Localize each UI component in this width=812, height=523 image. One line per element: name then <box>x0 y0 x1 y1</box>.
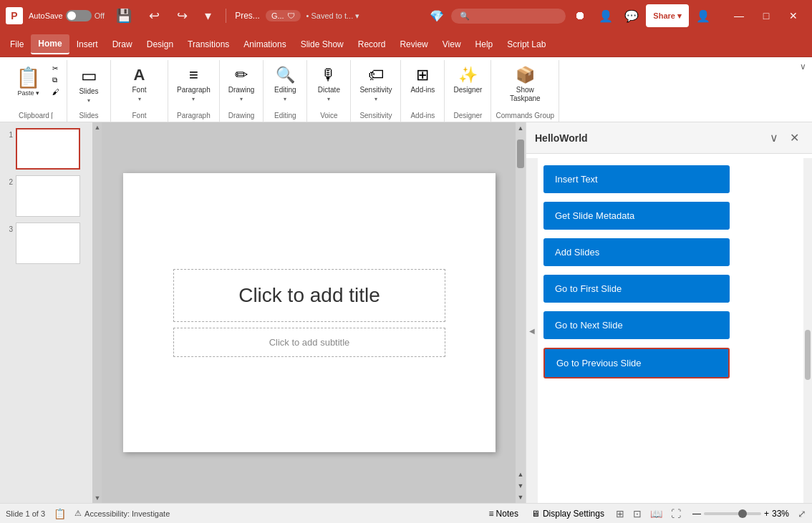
slide-sorter-button[interactable]: ⊡ <box>630 507 644 521</box>
close-button[interactable]: ✕ <box>780 6 806 26</box>
slides-button[interactable]: ▭ Slides ▾ <box>72 63 106 107</box>
vertical-scrollbar-left[interactable]: ▲ ▼ <box>93 122 102 503</box>
addins-group: ⊞ Add-ins Add-ins <box>401 60 445 122</box>
task-pane-close-button[interactable]: ✕ <box>786 129 803 146</box>
task-pane-scrollbar[interactable] <box>803 158 812 503</box>
gem-icon[interactable]: 💎 <box>425 4 448 27</box>
share-button[interactable]: Share ▾ <box>646 4 689 27</box>
profile-icon[interactable]: 👤 <box>692 4 715 27</box>
customize-qat-button[interactable]: ▾ <box>199 5 217 26</box>
slides-items: ▭ Slides ▾ <box>72 60 106 109</box>
menu-transitions[interactable]: Transitions <box>180 35 236 54</box>
shield-icon: 🛡 <box>287 11 295 20</box>
paste-button[interactable]: 📋 Paste ▾ <box>10 63 47 97</box>
slide-panel: 1 2 3 <box>0 122 93 503</box>
normal-view-button[interactable]: ⊞ <box>613 507 627 521</box>
vertical-scrollbar[interactable]: ▲ ▲ ▼ ▼ <box>516 122 526 503</box>
slide-thumbnail-3[interactable] <box>16 223 80 264</box>
sensitivity-button[interactable]: 🏷 Sensitivity ▾ <box>355 63 396 105</box>
copy-button[interactable]: ⧉ <box>49 74 62 86</box>
autosave-state: Off <box>95 11 105 20</box>
slide-canvas[interactable]: Click to add title Click to add subtitle <box>123 173 496 452</box>
menu-slideshow[interactable]: Slide Show <box>294 35 351 54</box>
voice-group-label: Voice <box>320 109 337 122</box>
font-items: A Font ▾ <box>122 60 157 109</box>
notes-button[interactable]: ≡ Notes <box>485 507 523 520</box>
menu-home[interactable]: Home <box>31 34 69 54</box>
task-pane-scroll-thumb[interactable] <box>805 330 811 380</box>
fit-slide-button[interactable]: ⤢ <box>798 508 806 519</box>
redo-button[interactable]: ↪ <box>171 5 193 26</box>
comment-icon[interactable]: 💬 <box>620 4 643 27</box>
cloud-save-indicator[interactable]: G... 🛡 <box>266 10 301 21</box>
menu-scriptlab[interactable]: Script Lab <box>500 35 553 54</box>
cut-button[interactable]: ✂ <box>49 63 62 74</box>
menu-design[interactable]: Design <box>140 35 180 54</box>
menu-draw[interactable]: Draw <box>105 35 140 54</box>
go-first-slide-button[interactable]: Go to First Slide <box>543 275 730 303</box>
menu-record[interactable]: Record <box>351 35 393 54</box>
slide-thumb-3[interactable]: 3 <box>3 223 90 264</box>
designer-button[interactable]: ✨ Designer <box>449 63 486 97</box>
menu-help[interactable]: Help <box>468 35 501 54</box>
add-slides-button[interactable]: Add Slides <box>543 238 730 266</box>
font-button[interactable]: A Font ▾ <box>122 63 157 105</box>
commands-group: 📦 ShowTaskpane Commands Group <box>491 60 559 122</box>
addins-button[interactable]: ⊞ Add-ins <box>405 63 440 97</box>
zoom-slider-thumb[interactable] <box>738 509 747 518</box>
autosave-toggle[interactable] <box>66 10 92 21</box>
scroll-mid-arrow-up[interactable]: ▲ <box>516 469 526 480</box>
sensitivity-items: 🏷 Sensitivity ▾ <box>355 60 396 109</box>
paragraph-button[interactable]: ≡ Paragraph ▾ <box>173 63 215 105</box>
go-next-slide-button[interactable]: Go to Next Slide <box>543 311 730 339</box>
zoom-out-button[interactable]: — <box>692 509 701 519</box>
scroll-bottom-arrow[interactable]: ▼ <box>516 492 526 503</box>
maximize-button[interactable]: □ <box>753 6 779 26</box>
slide-thumb-2[interactable]: 2 <box>3 175 90 217</box>
zoom-slider[interactable] <box>704 512 761 515</box>
search-box[interactable]: 🔍 <box>451 9 566 24</box>
record-icon[interactable]: ⏺ <box>569 4 591 27</box>
go-prev-slide-button[interactable]: Go to Previous Slide <box>543 348 730 378</box>
subtitle-placeholder[interactable]: Click to add subtitle <box>173 328 445 357</box>
menu-animations[interactable]: Animations <box>236 35 293 54</box>
minimize-button[interactable]: — <box>726 6 752 26</box>
menu-review[interactable]: Review <box>392 35 435 54</box>
slideshow-button[interactable]: ⛶ <box>668 507 684 521</box>
scroll-top-arrow[interactable]: ▲ <box>516 122 526 134</box>
drawing-button[interactable]: ✏ Drawing ▾ <box>224 63 259 105</box>
scroll-up-arrow[interactable]: ▲ <box>93 122 102 132</box>
format-painter-button[interactable]: 🖌 <box>49 87 62 97</box>
display-icon: 🖥 <box>531 509 540 519</box>
scroll-down-arrow[interactable]: ▼ <box>93 493 102 503</box>
paste-icon: 📋 <box>16 66 41 89</box>
show-taskpane-button[interactable]: 📦 ShowTaskpane <box>506 63 545 106</box>
display-settings-button[interactable]: 🖥 Display Settings <box>531 509 604 519</box>
zoom-in-button[interactable]: + <box>764 509 769 519</box>
task-pane-scroll-left[interactable]: ◀ <box>526 158 538 503</box>
accessibility-icon[interactable]: 📋 <box>54 508 66 519</box>
slide-thumb-1[interactable]: 1 <box>3 128 90 170</box>
slide-thumbnail-1[interactable] <box>16 128 80 170</box>
present-icon[interactable]: 👤 <box>594 4 617 27</box>
view-buttons: ⊞ ⊡ 📖 ⛶ <box>613 507 684 521</box>
dropdown-icon[interactable]: ▾ <box>355 11 359 21</box>
dictate-button[interactable]: 🎙 Dictate ▾ <box>311 63 346 105</box>
insert-text-button[interactable]: Insert Text <box>543 165 730 193</box>
scroll-mid-arrow-down[interactable]: ▼ <box>516 480 526 492</box>
menu-insert[interactable]: Insert <box>69 35 105 54</box>
slide-thumbnail-2[interactable] <box>16 175 80 217</box>
task-pane-collapse-button[interactable]: ∨ <box>765 129 783 146</box>
clipboard-expand-icon[interactable]: ⌈ <box>51 112 54 119</box>
editing-button[interactable]: 🔍 Editing ▾ <box>268 63 302 105</box>
ribbon-collapse-button[interactable]: ∨ <box>800 62 806 72</box>
autosave-knob <box>67 11 76 20</box>
menu-file[interactable]: File <box>3 35 31 54</box>
save-button[interactable]: 💾 <box>110 5 137 26</box>
menu-view[interactable]: View <box>435 35 468 54</box>
reading-view-button[interactable]: 📖 <box>647 507 665 521</box>
title-placeholder[interactable]: Click to add title <box>173 269 445 322</box>
undo-button[interactable]: ↩ <box>143 5 165 26</box>
get-slide-metadata-button[interactable]: Get Slide Metadata <box>543 202 730 230</box>
scroll-thumb-v[interactable] <box>517 140 524 168</box>
